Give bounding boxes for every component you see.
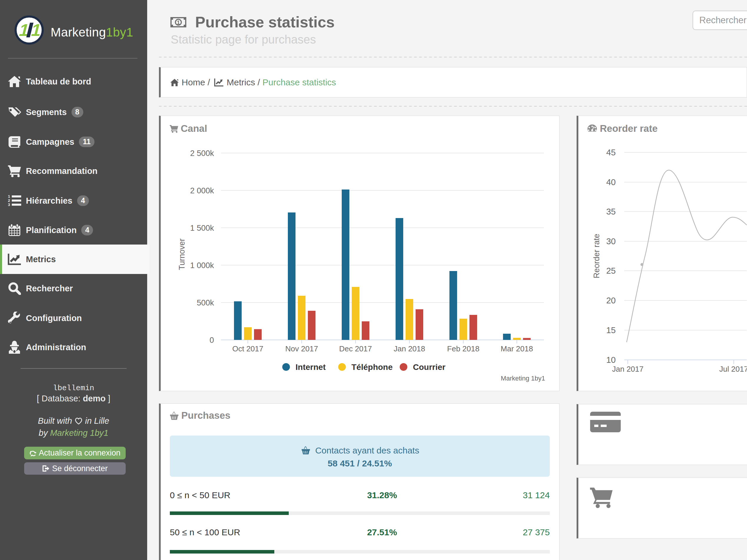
svg-text:Nov 2017: Nov 2017 <box>285 344 318 353</box>
svg-text:2 500k: 2 500k <box>190 149 214 158</box>
svg-text:Marketing 1by1: Marketing 1by1 <box>501 375 545 382</box>
svg-text:40: 40 <box>606 178 616 187</box>
svg-text:30: 30 <box>606 237 616 246</box>
svg-text:3: 3 <box>8 203 10 207</box>
svg-text:Jan 2018: Jan 2018 <box>394 344 425 353</box>
svg-text:20: 20 <box>606 296 616 305</box>
svg-text:Feb 2018: Feb 2018 <box>447 344 480 353</box>
svg-text:Téléphone: Téléphone <box>352 363 393 372</box>
svg-text:500k: 500k <box>197 298 214 307</box>
svg-text:45: 45 <box>606 148 616 157</box>
svg-text:Reorder rate: Reorder rate <box>592 234 601 278</box>
svg-text:Courrier: Courrier <box>413 363 446 372</box>
svg-text:25: 25 <box>606 266 616 275</box>
svg-text:10: 10 <box>606 355 616 365</box>
svg-text:1: 1 <box>177 20 180 26</box>
svg-text:35: 35 <box>606 207 616 216</box>
svg-text:15: 15 <box>606 325 616 335</box>
svg-text:1: 1 <box>8 194 10 198</box>
svg-text:2 000k: 2 000k <box>190 186 214 195</box>
svg-text:Jul 2017: Jul 2017 <box>719 365 747 373</box>
svg-text:Dec 2017: Dec 2017 <box>339 344 372 353</box>
svg-text:Turnover: Turnover <box>178 238 186 270</box>
svg-text:Oct 2017: Oct 2017 <box>232 344 263 353</box>
svg-text:1 000k: 1 000k <box>190 261 214 270</box>
svg-text:2: 2 <box>8 198 10 203</box>
svg-text:1 500k: 1 500k <box>190 224 214 233</box>
svg-text:Internet: Internet <box>295 363 326 372</box>
svg-text:0: 0 <box>210 336 214 345</box>
svg-text:Jan 2017: Jan 2017 <box>612 365 644 373</box>
svg-text:Mar 2018: Mar 2018 <box>501 344 533 353</box>
